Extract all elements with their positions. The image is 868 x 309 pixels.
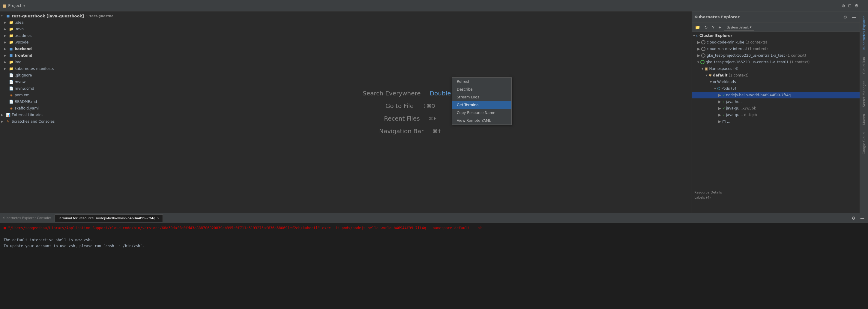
vscode-label: .vscode [15, 40, 29, 44]
java-gu1-check: ✓ [722, 106, 725, 111]
gke-test01-suffix: (1 context) [790, 60, 809, 64]
context-menu-stream-logs-label: Stream Logs [457, 95, 479, 99]
tree-mvnw-cmd[interactable]: ▶ 📄 mvnw.cmd [0, 85, 129, 92]
tree-readme[interactable]: ▶ 📄 README.md [0, 98, 129, 105]
tree-pomxml[interactable]: ▶ ◈ pom.xml [0, 92, 129, 98]
sidebar-tab-google-cloud[interactable]: Google Cloud [861, 129, 867, 158]
frontend-icon: ■ [8, 53, 14, 58]
scratches-label: Scratches and Consoles [12, 119, 55, 124]
k8s-help-icon[interactable]: ? [711, 24, 716, 30]
tree-readmes[interactable]: ▶ 📁 .readmes [0, 32, 129, 39]
frontend-label: frontend [15, 53, 32, 58]
context-menu-view-remote-yaml[interactable]: View Remote YAML [452, 117, 512, 124]
k8s-folder-icon[interactable]: 📁 [694, 24, 701, 30]
k8s-gke-test[interactable]: ▶ gke_test-project-165220_us-central1-a_… [692, 52, 860, 59]
cloud-run-arrow: ▶ [698, 47, 700, 51]
k8s-nodejs-pod[interactable]: ▶ ✓ nodejs-hello-world-b46944f99-7ft4q [692, 92, 860, 98]
terminal-tab-close-icon[interactable]: ✕ [157, 217, 160, 220]
tree-vscode[interactable]: ▶ 📁 .vscode [0, 39, 129, 45]
k8s-refresh-icon[interactable]: ↻ [703, 24, 709, 30]
backend-arrow: ▶ [4, 48, 8, 51]
context-menu-copy-resource-name[interactable]: Copy Resource Name [452, 109, 512, 117]
k8s-add-icon[interactable]: + [717, 24, 722, 30]
resource-details-label: Resource Details [694, 190, 857, 194]
tree-root[interactable]: ▾ ■ test-guestbook [java-guestbook] ~/te… [0, 12, 129, 19]
sidebar-tab-maven[interactable]: Maven [861, 111, 867, 128]
tree-k8s-manifests[interactable]: ▶ 📁 kubernetes-manifests [0, 65, 129, 72]
default-ns-suffix: (1 context) [729, 73, 749, 78]
settings-icon[interactable]: ⚙ [855, 3, 859, 8]
project-tree: ▾ ■ test-guestbook [java-guestbook] ~/te… [0, 11, 129, 213]
k8s-close-icon[interactable]: — [850, 14, 857, 20]
mvnw-label: mvnw [15, 80, 26, 84]
context-menu-get-terminal-label: Get Terminal [457, 103, 479, 107]
k8s-namespaces[interactable]: ▾ ▣ Namespaces (4) [692, 65, 860, 72]
k8s-java-gu1-pod[interactable]: ▶ ✓ java-gu... -2w5bk [692, 105, 860, 112]
k8s-gke-test01[interactable]: ▾ gke_test-project-165220_us-central1-a_… [692, 59, 860, 65]
context-menu-copy-resource-name-label: Copy Resource Name [457, 111, 495, 115]
tree-backend[interactable]: ▶ ■ backend [0, 45, 129, 52]
root-path: ~/test-guestbc [86, 14, 113, 18]
sidebar-tab-kubernetes-explorer[interactable]: Kubernetes Explorer [861, 12, 867, 53]
terminal-error-icon: ■ [4, 226, 6, 230]
vscode-arrow: ▶ [4, 41, 8, 44]
k8s-default-ns[interactable]: ▾ ✱ default (1 context) [692, 72, 860, 79]
tree-img[interactable]: ▶ 📁 img [0, 59, 129, 65]
scratches-icon: ✎ [5, 119, 11, 124]
k8s-context-dropdown[interactable]: System default ▾ [724, 24, 754, 31]
readmes-label: .readmes [15, 34, 31, 38]
java-he-check: ✓ [722, 100, 725, 104]
collapse-icon[interactable]: ⊟ [848, 3, 852, 8]
default-ns-arrow: ▾ [706, 73, 708, 78]
context-menu-refresh[interactable]: Refresh [452, 78, 512, 86]
tree-frontend[interactable]: ▶ ■ frontend [0, 52, 129, 59]
workloads-arrow: ▾ [710, 80, 712, 84]
tree-mvnw[interactable]: ▶ 📄 mvnw [0, 79, 129, 85]
goto-file-shortcut: ⇧⌘O [423, 103, 435, 109]
context-menu-describe[interactable]: Describe [452, 86, 512, 93]
terminal-tab-nodejs[interactable]: Terminal for Resource: nodejs-hello-worl… [55, 215, 163, 222]
globe-icon[interactable]: ⊕ [842, 3, 845, 8]
idea-icon: 📁 [8, 21, 14, 25]
tree-ext-libs[interactable]: ▶ 📊 External Libraries [0, 112, 129, 118]
sidebar-tab-cloud-run[interactable]: Cloud Run [861, 53, 867, 78]
project-title: ■ Project ▾ [2, 3, 25, 8]
java-gu1-label: java-gu... [726, 106, 743, 111]
k8s-cloud-run[interactable]: ▶ cloud-run-dev-internal (1 context) [692, 45, 860, 52]
tree-gitignore[interactable]: ▶ 📄 .gitignore [0, 72, 129, 79]
k8s-workloads[interactable]: ▾ ⊞ Workloads [692, 79, 860, 85]
k8s-java-gu2-pod[interactable]: ▶ ✓ java-gu... -d-tfqcb [692, 112, 860, 118]
tree-idea[interactable]: ▶ 📁 .idea [0, 19, 129, 26]
k8s-pods[interactable]: ▾ ⬡ Pods (5) [692, 85, 860, 92]
context-menu-get-terminal[interactable]: Get Terminal [452, 101, 512, 109]
k8s-minikube[interactable]: ▶ cloud-code-minikube (3 contexts) [692, 39, 860, 45]
k8s-cluster-explorer[interactable]: ▾ ⎋ Cluster Explorer [692, 32, 860, 39]
context-menu: Refresh Describe Stream Logs Get Termina… [452, 78, 512, 125]
terminal-area: Kubernetes Explorer Console: Terminal fo… [0, 213, 868, 309]
tree-scratches[interactable]: ▶ ✎ Scratches and Consoles [0, 118, 129, 125]
terminal-minimize-icon[interactable]: — [859, 215, 866, 221]
tree-mvn[interactable]: ▶ 📁 .mvn [0, 26, 129, 32]
vscode-icon: 📁 [8, 40, 14, 44]
resource-details-labels: Labels (4) [694, 195, 857, 199]
nodejs-pod-check: ✓ [722, 93, 725, 97]
project-dropdown-icon[interactable]: ▾ [23, 3, 26, 8]
k8s-settings-icon[interactable]: ⚙ [842, 14, 848, 20]
extlibs-icon: 📊 [5, 113, 11, 117]
minimize-icon[interactable]: — [861, 3, 866, 8]
extra-pod-icon: ◫ [722, 119, 725, 124]
k8s-extra-pod[interactable]: ▶ ◫ ... [692, 118, 860, 125]
tree-skaffold[interactable]: ▶ ◈ skaffold.yaml [0, 105, 129, 112]
img-icon: 📁 [8, 60, 14, 64]
readmes-arrow: ▶ [4, 34, 8, 37]
k8s-toolbar: 📁 ↻ ? + System default ▾ [692, 23, 860, 32]
terminal-settings-icon[interactable]: ⚙ [850, 215, 857, 221]
sidebar-tab-secret-manager[interactable]: Secret Manager [861, 78, 867, 111]
terminal-label: Kubernetes Explorer Console: [2, 216, 51, 220]
minikube-label: cloud-code-minikube [707, 40, 744, 44]
gke-test01-label: gke_test-project-165220_us-central1-a_te… [706, 60, 788, 64]
readme-label: README.md [15, 100, 37, 104]
img-label: img [15, 60, 22, 64]
context-menu-stream-logs[interactable]: Stream Logs [452, 93, 512, 101]
k8s-java-he-pod[interactable]: ▶ ✓ java-he... [692, 98, 860, 105]
